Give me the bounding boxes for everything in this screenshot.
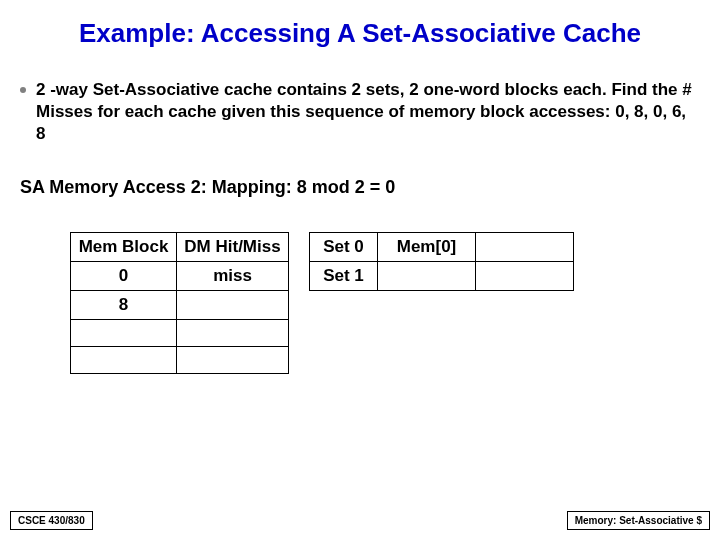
cell [71, 320, 177, 347]
table-row: Set 0 Mem[0] [310, 233, 574, 262]
bullet-text: 2 -way Set-Associative cache contains 2 … [36, 79, 700, 145]
footer-right: Memory: Set-Associative $ [567, 511, 710, 530]
col-header: DM Hit/Miss [177, 233, 289, 262]
cell: Set 0 [310, 233, 378, 262]
cell: miss [177, 262, 289, 291]
footer: CSCE 430/830 Memory: Set-Associative $ [10, 511, 710, 530]
table-row [71, 347, 289, 374]
cell [476, 233, 574, 262]
cell [177, 291, 289, 320]
subheading: SA Memory Access 2: Mapping: 8 mod 2 = 0 [0, 145, 720, 198]
table-row: Set 1 [310, 262, 574, 291]
table-row: Mem Block DM Hit/Miss [71, 233, 289, 262]
table-row: 0 miss [71, 262, 289, 291]
table-row [71, 320, 289, 347]
cell [177, 347, 289, 374]
cell [71, 347, 177, 374]
cell [378, 262, 476, 291]
access-table: Mem Block DM Hit/Miss 0 miss 8 [70, 232, 289, 374]
bullet-dot-icon [20, 87, 26, 93]
cell: Mem[0] [378, 233, 476, 262]
slide-title: Example: Accessing A Set-Associative Cac… [0, 0, 720, 49]
cell: 8 [71, 291, 177, 320]
bullet-item: 2 -way Set-Associative cache contains 2 … [0, 49, 720, 145]
cell [177, 320, 289, 347]
cell [476, 262, 574, 291]
cell: 0 [71, 262, 177, 291]
table-row: 8 [71, 291, 289, 320]
cell: Set 1 [310, 262, 378, 291]
col-header: Mem Block [71, 233, 177, 262]
tables-container: Mem Block DM Hit/Miss 0 miss 8 Set 0 Mem… [0, 198, 720, 374]
footer-left: CSCE 430/830 [10, 511, 93, 530]
cache-table: Set 0 Mem[0] Set 1 [309, 232, 574, 291]
